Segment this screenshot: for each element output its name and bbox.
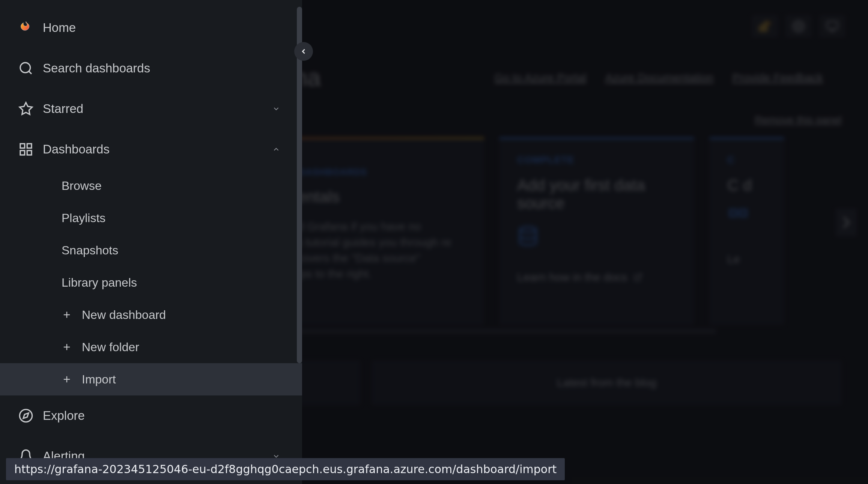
svg-rect-15	[27, 150, 32, 155]
app-root: d Grafana Go to Azure Portal Azure Docum…	[0, 0, 868, 484]
nav-label: Search dashboards	[43, 61, 289, 75]
svg-line-10	[29, 71, 32, 74]
svg-point-22	[20, 409, 32, 422]
plus-icon	[62, 342, 72, 352]
chevron-down-icon	[272, 102, 280, 116]
grafana-logo-icon	[13, 20, 39, 35]
nav-list: Home Search dashboards Starred	[0, 0, 302, 484]
svg-rect-14	[20, 150, 25, 155]
sidebar: Home Search dashboards Starred	[0, 0, 302, 484]
sub-label: Snapshots	[62, 244, 118, 257]
action-label: New dashboard	[82, 308, 166, 322]
nav-item-starred[interactable]: Starred	[0, 89, 302, 129]
nav-label: Explore	[43, 409, 289, 423]
status-url-tooltip: https://grafana-202345125046-eu-d2f8gghq…	[6, 458, 565, 480]
action-new-folder[interactable]: New folder	[0, 331, 302, 363]
nav-item-explore[interactable]: Explore	[0, 395, 302, 436]
sub-label: Playlists	[62, 211, 105, 225]
chevron-up-icon	[272, 142, 280, 156]
svg-marker-11	[20, 102, 32, 114]
action-import[interactable]: Import	[0, 363, 302, 395]
action-label: New folder	[82, 340, 139, 354]
nav-label: Starred	[43, 102, 272, 116]
sub-label: Browse	[62, 179, 102, 193]
svg-point-9	[20, 63, 30, 73]
sub-item-browse[interactable]: Browse	[0, 170, 302, 202]
collapse-sidebar-button[interactable]	[294, 42, 313, 61]
nav-item-dashboards[interactable]: Dashboards	[0, 129, 302, 170]
sub-item-playlists[interactable]: Playlists	[0, 202, 302, 234]
action-label: Import	[82, 373, 116, 386]
sub-item-snapshots[interactable]: Snapshots	[0, 234, 302, 266]
nav-item-search[interactable]: Search dashboards	[0, 48, 302, 89]
svg-marker-23	[23, 413, 29, 418]
star-icon	[13, 101, 39, 116]
nav-label: Dashboards	[43, 142, 272, 156]
nav-item-home[interactable]: Home	[0, 8, 302, 48]
search-icon	[13, 61, 39, 76]
plus-icon	[62, 374, 72, 385]
nav-label: Home	[43, 21, 289, 35]
dashboards-icon	[13, 142, 39, 157]
action-new-dashboard[interactable]: New dashboard	[0, 299, 302, 331]
plus-icon	[62, 310, 72, 320]
svg-rect-12	[20, 144, 25, 148]
sub-item-library-panels[interactable]: Library panels	[0, 266, 302, 299]
svg-rect-13	[27, 144, 32, 148]
compass-icon	[13, 408, 39, 423]
dashboards-submenu: Browse Playlists Snapshots Library panel…	[0, 170, 302, 395]
sub-label: Library panels	[62, 276, 137, 290]
